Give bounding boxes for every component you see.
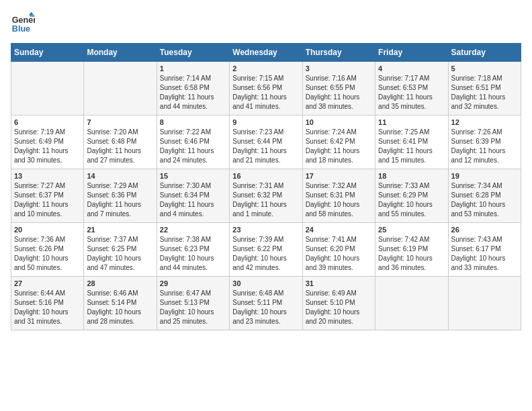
calendar-cell	[11, 62, 84, 116]
day-header-friday: Friday	[375, 44, 448, 62]
calendar-header-row: SundayMondayTuesdayWednesdayThursdayFrid…	[11, 44, 521, 62]
day-number: 2	[232, 64, 299, 73]
day-number: 8	[160, 118, 226, 126]
day-number: 17	[306, 172, 372, 180]
day-header-tuesday: Tuesday	[157, 44, 229, 62]
calendar-week-row: 27Sunrise: 6:44 AM Sunset: 5:16 PM Dayli…	[11, 277, 521, 330]
day-header-sunday: Sunday	[11, 44, 84, 62]
day-info: Sunrise: 6:46 AM Sunset: 5:14 PM Dayligh…	[87, 289, 153, 326]
day-number: 21	[87, 226, 153, 234]
day-info: Sunrise: 7:34 AM Sunset: 6:28 PM Dayligh…	[451, 181, 518, 219]
day-info: Sunrise: 6:49 AM Sunset: 5:10 PM Dayligh…	[306, 289, 372, 326]
day-number: 25	[378, 226, 445, 234]
day-header-thursday: Thursday	[302, 44, 375, 62]
day-info: Sunrise: 6:47 AM Sunset: 5:13 PM Dayligh…	[160, 289, 226, 326]
day-info: Sunrise: 7:38 AM Sunset: 6:23 PM Dayligh…	[160, 235, 226, 273]
calendar-cell	[84, 62, 157, 116]
calendar-cell: 16Sunrise: 7:31 AM Sunset: 6:32 PM Dayli…	[230, 169, 302, 223]
day-number: 31	[306, 279, 372, 287]
logo-icon: General Blue	[11, 11, 35, 35]
calendar-cell: 7Sunrise: 7:20 AM Sunset: 6:48 PM Daylig…	[84, 116, 157, 169]
day-number: 24	[306, 226, 372, 234]
day-header-monday: Monday	[84, 44, 157, 62]
day-number: 23	[232, 226, 299, 234]
day-number: 27	[14, 279, 81, 287]
day-number: 3	[306, 64, 372, 73]
day-header-saturday: Saturday	[448, 44, 521, 62]
day-info: Sunrise: 7:18 AM Sunset: 6:51 PM Dayligh…	[451, 74, 518, 111]
calendar-cell: 15Sunrise: 7:30 AM Sunset: 6:34 PM Dayli…	[157, 169, 229, 223]
day-info: Sunrise: 7:43 AM Sunset: 6:17 PM Dayligh…	[451, 235, 518, 273]
calendar-cell: 26Sunrise: 7:43 AM Sunset: 6:17 PM Dayli…	[448, 223, 521, 277]
day-number: 7	[87, 118, 153, 126]
day-info: Sunrise: 7:25 AM Sunset: 6:41 PM Dayligh…	[378, 128, 445, 165]
day-info: Sunrise: 7:19 AM Sunset: 6:49 PM Dayligh…	[14, 128, 81, 165]
day-info: Sunrise: 7:22 AM Sunset: 6:46 PM Dayligh…	[160, 128, 226, 165]
day-number: 29	[160, 279, 226, 287]
calendar-cell: 8Sunrise: 7:22 AM Sunset: 6:46 PM Daylig…	[157, 116, 229, 169]
day-number: 22	[160, 226, 226, 234]
calendar-cell: 23Sunrise: 7:39 AM Sunset: 6:22 PM Dayli…	[230, 223, 302, 277]
calendar-table: SundayMondayTuesdayWednesdayThursdayFrid…	[11, 43, 521, 330]
calendar-cell	[375, 277, 448, 330]
day-info: Sunrise: 7:16 AM Sunset: 6:55 PM Dayligh…	[306, 74, 372, 111]
day-info: Sunrise: 7:36 AM Sunset: 6:26 PM Dayligh…	[14, 235, 81, 273]
day-info: Sunrise: 7:42 AM Sunset: 6:19 PM Dayligh…	[378, 235, 445, 273]
day-number: 15	[160, 172, 226, 180]
svg-text:Blue: Blue	[12, 24, 30, 34]
calendar-week-row: 6Sunrise: 7:19 AM Sunset: 6:49 PM Daylig…	[11, 116, 521, 169]
day-number: 9	[232, 118, 299, 126]
calendar-cell: 17Sunrise: 7:32 AM Sunset: 6:31 PM Dayli…	[302, 169, 375, 223]
calendar-cell: 18Sunrise: 7:33 AM Sunset: 6:29 PM Dayli…	[375, 169, 448, 223]
logo: General Blue	[11, 11, 36, 35]
day-number: 1	[160, 64, 226, 73]
calendar-cell: 14Sunrise: 7:29 AM Sunset: 6:36 PM Dayli…	[84, 169, 157, 223]
day-number: 6	[14, 118, 81, 126]
day-number: 12	[451, 118, 518, 126]
calendar-cell: 24Sunrise: 7:41 AM Sunset: 6:20 PM Dayli…	[302, 223, 375, 277]
day-number: 14	[87, 172, 153, 180]
day-info: Sunrise: 7:30 AM Sunset: 6:34 PM Dayligh…	[160, 181, 226, 219]
calendar-cell: 6Sunrise: 7:19 AM Sunset: 6:49 PM Daylig…	[11, 116, 84, 169]
calendar-cell: 31Sunrise: 6:49 AM Sunset: 5:10 PM Dayli…	[302, 277, 375, 330]
day-info: Sunrise: 7:41 AM Sunset: 6:20 PM Dayligh…	[306, 235, 372, 273]
day-info: Sunrise: 7:15 AM Sunset: 6:56 PM Dayligh…	[232, 74, 299, 111]
day-info: Sunrise: 7:27 AM Sunset: 6:37 PM Dayligh…	[14, 181, 81, 219]
calendar-cell: 4Sunrise: 7:17 AM Sunset: 6:53 PM Daylig…	[375, 62, 448, 116]
calendar-cell: 10Sunrise: 7:24 AM Sunset: 6:42 PM Dayli…	[302, 116, 375, 169]
day-info: Sunrise: 7:26 AM Sunset: 6:39 PM Dayligh…	[451, 128, 518, 165]
day-info: Sunrise: 6:44 AM Sunset: 5:16 PM Dayligh…	[14, 289, 81, 326]
calendar-cell: 28Sunrise: 6:46 AM Sunset: 5:14 PM Dayli…	[84, 277, 157, 330]
day-info: Sunrise: 7:39 AM Sunset: 6:22 PM Dayligh…	[232, 235, 299, 273]
day-number: 28	[87, 279, 153, 287]
calendar-cell: 30Sunrise: 6:48 AM Sunset: 5:11 PM Dayli…	[230, 277, 302, 330]
calendar-cell: 20Sunrise: 7:36 AM Sunset: 6:26 PM Dayli…	[11, 223, 84, 277]
calendar-cell	[448, 277, 521, 330]
day-info: Sunrise: 7:33 AM Sunset: 6:29 PM Dayligh…	[378, 181, 445, 219]
page-header: General Blue	[11, 11, 521, 35]
day-info: Sunrise: 7:37 AM Sunset: 6:25 PM Dayligh…	[87, 235, 153, 273]
day-info: Sunrise: 7:20 AM Sunset: 6:48 PM Dayligh…	[87, 128, 153, 165]
day-info: Sunrise: 7:24 AM Sunset: 6:42 PM Dayligh…	[306, 128, 372, 165]
calendar-body: 1Sunrise: 7:14 AM Sunset: 6:58 PM Daylig…	[11, 62, 521, 330]
day-info: Sunrise: 7:17 AM Sunset: 6:53 PM Dayligh…	[378, 74, 445, 111]
day-info: Sunrise: 7:23 AM Sunset: 6:44 PM Dayligh…	[232, 128, 299, 165]
day-number: 18	[378, 172, 445, 180]
day-number: 16	[232, 172, 299, 180]
calendar-cell: 3Sunrise: 7:16 AM Sunset: 6:55 PM Daylig…	[302, 62, 375, 116]
day-info: Sunrise: 7:29 AM Sunset: 6:36 PM Dayligh…	[87, 181, 153, 219]
day-number: 30	[232, 279, 299, 287]
calendar-cell: 13Sunrise: 7:27 AM Sunset: 6:37 PM Dayli…	[11, 169, 84, 223]
calendar-cell: 25Sunrise: 7:42 AM Sunset: 6:19 PM Dayli…	[375, 223, 448, 277]
calendar-week-row: 13Sunrise: 7:27 AM Sunset: 6:37 PM Dayli…	[11, 169, 521, 223]
day-number: 4	[378, 64, 445, 73]
day-info: Sunrise: 7:31 AM Sunset: 6:32 PM Dayligh…	[232, 181, 299, 219]
calendar-cell: 21Sunrise: 7:37 AM Sunset: 6:25 PM Dayli…	[84, 223, 157, 277]
day-info: Sunrise: 7:32 AM Sunset: 6:31 PM Dayligh…	[306, 181, 372, 219]
calendar-cell: 11Sunrise: 7:25 AM Sunset: 6:41 PM Dayli…	[375, 116, 448, 169]
day-number: 10	[306, 118, 372, 126]
calendar-cell: 22Sunrise: 7:38 AM Sunset: 6:23 PM Dayli…	[157, 223, 229, 277]
day-header-wednesday: Wednesday	[230, 44, 302, 62]
day-number: 5	[451, 64, 518, 73]
day-info: Sunrise: 6:48 AM Sunset: 5:11 PM Dayligh…	[232, 289, 299, 326]
